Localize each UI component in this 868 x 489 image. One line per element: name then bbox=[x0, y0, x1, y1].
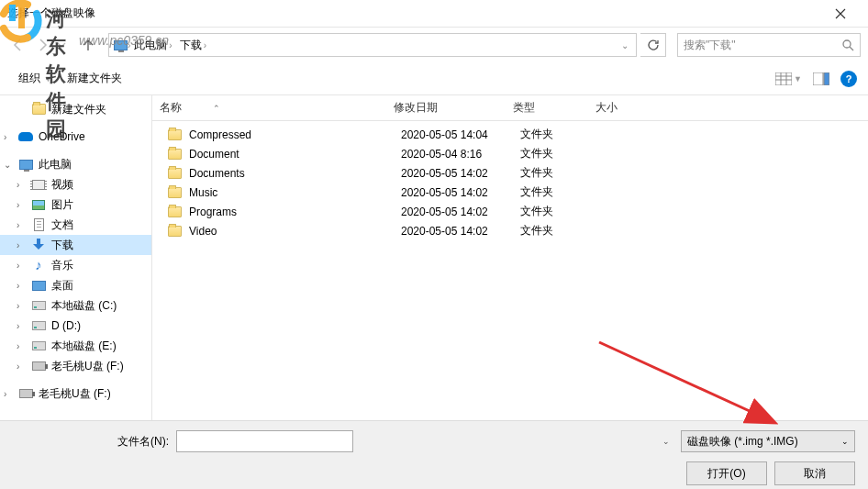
tree-item-label: 图片 bbox=[51, 197, 73, 213]
expand-icon[interactable]: › bbox=[17, 341, 26, 351]
video-icon bbox=[31, 177, 46, 192]
tree-item[interactable]: › 桌面 bbox=[0, 275, 151, 295]
expand-icon[interactable]: › bbox=[17, 200, 26, 210]
breadcrumb-item[interactable]: 此电脑› bbox=[130, 38, 175, 53]
expand-icon[interactable]: › bbox=[4, 389, 13, 399]
drive-icon bbox=[31, 339, 46, 353]
expand-icon[interactable]: › bbox=[17, 321, 26, 331]
file-row[interactable]: Documents 2020-05-05 14:02 文件夹 bbox=[152, 163, 868, 183]
file-type: 文件夹 bbox=[513, 184, 595, 200]
refresh-button[interactable] bbox=[640, 33, 666, 57]
chevron-down-icon: ⌄ bbox=[841, 437, 849, 446]
expand-icon[interactable]: ⌄ bbox=[4, 160, 13, 170]
arrow-left-icon bbox=[11, 38, 26, 52]
file-date: 2020-05-05 14:02 bbox=[394, 225, 513, 238]
tree-item[interactable]: › 视频 bbox=[0, 174, 151, 194]
view-details-icon bbox=[775, 72, 792, 85]
close-button[interactable] bbox=[819, 1, 861, 27]
chevron-down-icon: ▼ bbox=[794, 74, 802, 83]
body-area: 新建文件夹› OneDrive⌄ 此电脑› 视频› 图片› 文档› 下载› ♪ … bbox=[0, 95, 868, 453]
pc-icon bbox=[113, 38, 128, 52]
breadcrumb-item[interactable]: 下载› bbox=[176, 38, 210, 53]
filename-input[interactable] bbox=[176, 430, 353, 452]
nav-back-button[interactable] bbox=[7, 34, 29, 56]
tree-item-label: 本地磁盘 (C:) bbox=[51, 298, 117, 314]
tree-item-label: 下载 bbox=[51, 238, 73, 253]
col-size-header[interactable]: 大小 bbox=[588, 95, 662, 120]
dialog-footer: 文件名(N): ⌄ 磁盘映像 (*.img *.IMG)⌄ 打开(O) 取消 bbox=[0, 420, 868, 489]
search-placeholder: 搜索"下载" bbox=[684, 38, 841, 53]
help-button[interactable]: ? bbox=[840, 71, 857, 87]
file-name: Document bbox=[189, 148, 239, 161]
tree-item[interactable]: › 文档 bbox=[0, 215, 151, 235]
expand-icon[interactable]: › bbox=[17, 220, 26, 230]
col-name-header[interactable]: 名称⌃ bbox=[152, 95, 386, 120]
folder-icon bbox=[167, 166, 182, 181]
tree-item[interactable]: › 本地磁盘 (C:) bbox=[0, 295, 151, 316]
file-row[interactable]: Document 2020-05-04 8:16 文件夹 bbox=[152, 144, 868, 163]
expand-icon[interactable]: › bbox=[17, 301, 26, 311]
expand-icon[interactable]: › bbox=[17, 180, 26, 190]
file-rows[interactable]: Compressed 2020-05-05 14:04 文件夹 Document… bbox=[152, 121, 868, 453]
folder-icon bbox=[167, 205, 182, 219]
tree-item-label: OneDrive bbox=[39, 130, 85, 143]
col-date-header[interactable]: 修改日期 bbox=[386, 95, 506, 120]
expand-icon[interactable]: › bbox=[17, 281, 26, 291]
tree-item[interactable]: › 老毛桃U盘 (F:) bbox=[0, 356, 151, 376]
cancel-button[interactable]: 取消 bbox=[774, 461, 855, 485]
preview-pane-button[interactable] bbox=[813, 72, 829, 85]
doc-icon bbox=[31, 217, 46, 232]
dl-icon bbox=[31, 238, 46, 252]
title-bar: 选择一个磁盘映像 bbox=[0, 0, 868, 28]
chevron-down-icon[interactable]: ⌄ bbox=[618, 40, 632, 50]
tree-item[interactable]: › ♪ 音乐 bbox=[0, 255, 151, 275]
tree-item-label: 视频 bbox=[51, 177, 73, 193]
address-bar[interactable]: › 此电脑› 下载› ⌄ bbox=[108, 33, 637, 57]
file-row[interactable]: Video 2020-05-05 14:02 文件夹 bbox=[152, 221, 868, 240]
filetype-filter-select[interactable]: 磁盘映像 (*.img *.IMG)⌄ bbox=[681, 430, 855, 452]
svg-rect-8 bbox=[813, 72, 823, 85]
expand-icon[interactable]: › bbox=[17, 240, 26, 250]
file-row[interactable]: Compressed 2020-05-05 14:04 文件夹 bbox=[152, 125, 868, 144]
organize-button[interactable]: 组织▼ bbox=[11, 67, 60, 90]
open-button[interactable]: 打开(O) bbox=[686, 461, 767, 485]
nav-forward-button[interactable] bbox=[31, 34, 53, 56]
file-name: Documents bbox=[189, 167, 245, 180]
expand-icon[interactable]: › bbox=[4, 132, 13, 142]
tree-item-label: 本地磁盘 (E:) bbox=[51, 339, 117, 354]
new-folder-button[interactable]: 新建文件夹 bbox=[60, 67, 129, 90]
nav-tree[interactable]: 新建文件夹› OneDrive⌄ 此电脑› 视频› 图片› 文档› 下载› ♪ … bbox=[0, 95, 152, 453]
file-date: 2020-05-05 14:02 bbox=[394, 167, 513, 180]
refresh-icon bbox=[647, 39, 660, 51]
expand-icon[interactable]: › bbox=[17, 361, 26, 372]
folder-icon bbox=[167, 224, 182, 239]
tree-item-label: 老毛桃U盘 (F:) bbox=[51, 359, 124, 374]
file-type: 文件夹 bbox=[513, 223, 595, 239]
file-type: 文件夹 bbox=[513, 165, 595, 181]
drive-icon bbox=[31, 318, 46, 333]
tree-item[interactable]: ⌄ 此电脑 bbox=[0, 154, 151, 174]
tree-item-label: 桌面 bbox=[51, 278, 73, 294]
nav-recent-button[interactable] bbox=[55, 34, 68, 56]
file-type: 文件夹 bbox=[513, 204, 595, 219]
file-name: Music bbox=[189, 186, 217, 199]
nav-up-button[interactable] bbox=[77, 34, 99, 56]
tree-item[interactable]: › D (D:) bbox=[0, 316, 151, 336]
tree-item[interactable]: › 下载 bbox=[0, 235, 151, 255]
svg-point-2 bbox=[843, 40, 851, 48]
file-row[interactable]: Music 2020-05-05 14:02 文件夹 bbox=[152, 183, 868, 202]
search-input[interactable]: 搜索"下载" bbox=[677, 33, 861, 57]
tree-item[interactable]: 新建文件夹 bbox=[0, 99, 151, 119]
file-date: 2020-05-05 14:02 bbox=[394, 186, 513, 199]
expand-icon[interactable]: › bbox=[17, 261, 26, 271]
tree-item[interactable]: › 本地磁盘 (E:) bbox=[0, 336, 151, 356]
tree-item[interactable]: › 图片 bbox=[0, 194, 151, 215]
tree-item[interactable]: › OneDrive bbox=[0, 127, 151, 147]
file-row[interactable]: Programs 2020-05-05 14:02 文件夹 bbox=[152, 202, 868, 221]
col-type-header[interactable]: 类型 bbox=[506, 95, 588, 120]
view-mode-button[interactable]: ▼ bbox=[775, 72, 802, 85]
file-date: 2020-05-05 14:02 bbox=[394, 206, 513, 218]
music-icon: ♪ bbox=[31, 258, 46, 272]
tree-item[interactable]: › 老毛桃U盘 (F:) bbox=[0, 383, 151, 404]
filename-dropdown-button[interactable]: ⌄ bbox=[662, 437, 670, 446]
